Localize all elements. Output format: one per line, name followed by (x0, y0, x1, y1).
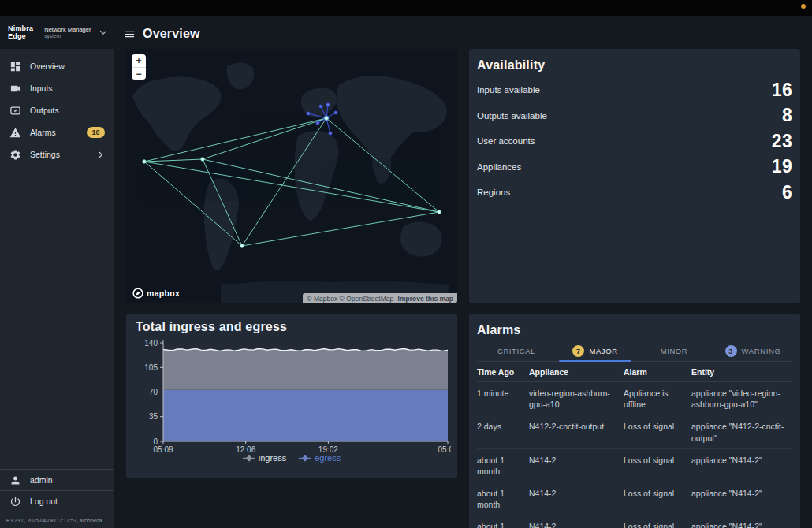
cell-alarm: Loss of signal (624, 488, 687, 510)
alarm-table-header: Time AgoApplianceAlarmEntity (477, 362, 792, 382)
svg-text:19:02: 19:02 (318, 445, 338, 452)
ingress-egress-panel: Total ingress and egress 0357010514005:0… (126, 314, 457, 478)
recording-indicator (801, 4, 806, 9)
legend-label: egress (315, 453, 341, 463)
legend-item-ingress[interactable]: ingress (243, 453, 286, 463)
mapbox-logo[interactable]: mapbox (132, 288, 180, 299)
legend-item-egress[interactable]: egress (299, 453, 341, 463)
cell-alarm: Loss of signal (624, 521, 687, 528)
map-attribution: © Mapbox © OpenStreetMap Improve this ma… (303, 293, 457, 303)
availability-value: 23 (772, 131, 792, 152)
smart-display-icon (9, 105, 21, 117)
brand-line2: Edge (8, 32, 33, 40)
cell-entity: appliance "video-region-ashburn-gpu-a10" (691, 388, 792, 410)
chevron-right-icon (96, 151, 105, 159)
availability-label: Regions (477, 188, 510, 197)
power-icon (9, 496, 21, 508)
network-map-panel[interactable]: + − mapbox © Mapbox © OpenStreetMap Impr… (126, 49, 457, 303)
legend-label: ingress (259, 453, 286, 463)
cell-appliance: video-region-ashburn-gpu-a10 (529, 388, 619, 410)
cell-alarm: Loss of signal (624, 455, 687, 477)
logout-label: Log out (30, 496, 58, 506)
svg-text:140: 140 (144, 339, 158, 348)
sidebar-item-admin[interactable]: admin (0, 469, 114, 490)
cell-time-ago: about 1 month (477, 488, 524, 510)
cell-entity: appliance "N412-2-cnctit-output" (691, 421, 792, 443)
gear-icon (9, 149, 21, 161)
zoom-out-button[interactable]: − (132, 67, 146, 80)
column-header: Time Ago (477, 367, 524, 377)
cell-alarm: Loss of signal (624, 421, 687, 443)
alarm-count-badge: 10 (87, 127, 105, 138)
brand-line1: Nimbra (8, 24, 33, 32)
alarm-table-row[interactable]: 1 minutevideo-region-ashburn-gpu-a10Appl… (477, 382, 792, 415)
chevron-down-icon[interactable] (99, 28, 108, 37)
tab-label: MAJOR (589, 347, 617, 355)
alarm-table-row[interactable]: about 1 monthN414-2Loss of signalapplian… (477, 482, 792, 515)
tab-label: CRITICAL (497, 347, 535, 355)
logout-button[interactable]: Log out (0, 490, 114, 511)
svg-text:05:09: 05:09 (153, 445, 173, 452)
tab-count-badge: 7 (572, 345, 584, 357)
dashboard-icon (9, 61, 21, 73)
warning-icon (9, 127, 21, 139)
tab-label: WARNING (742, 347, 781, 355)
availability-row: Outputs available8 (477, 103, 792, 129)
alarm-severity-tabs: CRITICAL7MAJORMINOR3WARNING (477, 341, 792, 362)
cell-time-ago: about 1 month (477, 521, 524, 528)
svg-text:0: 0 (153, 437, 158, 446)
tab-minor[interactable]: MINOR (635, 341, 713, 361)
svg-text:70: 70 (149, 388, 158, 396)
availability-row: Inputs available16 (477, 77, 792, 103)
svg-text:05:09: 05:09 (438, 445, 451, 452)
cell-time-ago: about 1 month (477, 455, 524, 477)
cell-appliance: N414-2 (529, 488, 619, 510)
availability-label: User accounts (477, 136, 535, 146)
cell-time-ago: 1 minute (477, 388, 524, 410)
legend-marker (243, 455, 255, 462)
videocam-icon (9, 83, 21, 95)
alarms-panel: Alarms CRITICAL7MAJORMINOR3WARNING Time … (469, 314, 800, 528)
brand-logo: Nimbra Edge (8, 24, 33, 41)
mapbox-icon (132, 288, 143, 299)
availability-value: 8 (782, 105, 792, 126)
availability-label: Outputs available (477, 111, 547, 121)
availability-label: Inputs available (477, 85, 540, 95)
sidebar-item-overview[interactable]: Overview (0, 55, 114, 77)
sidebar-item-alarms[interactable]: Alarms10 (0, 121, 114, 143)
context-selector[interactable]: Network Manager system (44, 26, 91, 39)
sidebar-item-inputs[interactable]: Inputs (0, 77, 114, 99)
cell-appliance: N412-2-cnctit-output (529, 421, 619, 443)
ingress-egress-chart: 0357010514005:0912:0619:0205:09 (136, 336, 451, 452)
sidebar-item-outputs[interactable]: Outputs (0, 99, 114, 121)
svg-text:12:06: 12:06 (236, 445, 255, 452)
tab-count-badge: 3 (725, 345, 737, 357)
tab-major[interactable]: 7MAJOR (556, 341, 635, 361)
zoom-in-button[interactable]: + (132, 54, 146, 67)
improve-map-link[interactable]: Improve this map (398, 295, 453, 303)
legend-marker (299, 455, 311, 462)
cell-entity: appliance "N414-2" (691, 455, 792, 477)
svg-text:105: 105 (144, 363, 158, 372)
tab-label: MINOR (661, 347, 688, 355)
alarm-table-row[interactable]: 2 daysN412-2-cnctit-outputLoss of signal… (477, 415, 792, 448)
column-header: Entity (691, 367, 792, 377)
cell-appliance: N414-2 (529, 455, 619, 477)
tab-warning[interactable]: 3WARNING (713, 341, 792, 361)
availability-row: Appliances19 (477, 154, 792, 180)
alarm-table-row[interactable]: about 1 monthN414-2Loss of signalapplian… (477, 449, 792, 482)
availability-panel: Availability Inputs available16Outputs a… (469, 49, 800, 303)
sidebar-item-settings[interactable]: Settings (0, 143, 114, 165)
sidebar-item-label: Inputs (30, 84, 53, 93)
tab-critical[interactable]: CRITICAL (477, 341, 556, 361)
alarm-table-row[interactable]: about 1 monthN414-2Loss of signalapplian… (477, 515, 792, 528)
sidebar-item-label: Outputs (30, 106, 59, 115)
attribution-mapbox-link[interactable]: © Mapbox (307, 295, 337, 303)
availability-row: Regions6 (477, 180, 792, 206)
app-page: Nimbra Edge Network Manager system Overv… (0, 16, 812, 528)
availability-value: 6 (782, 182, 792, 203)
attribution-osm-link[interactable]: © OpenStreetMap (340, 295, 394, 303)
sidebar-item-label: Alarms (30, 128, 56, 137)
world-map (126, 49, 457, 303)
menu-icon[interactable] (124, 28, 136, 40)
